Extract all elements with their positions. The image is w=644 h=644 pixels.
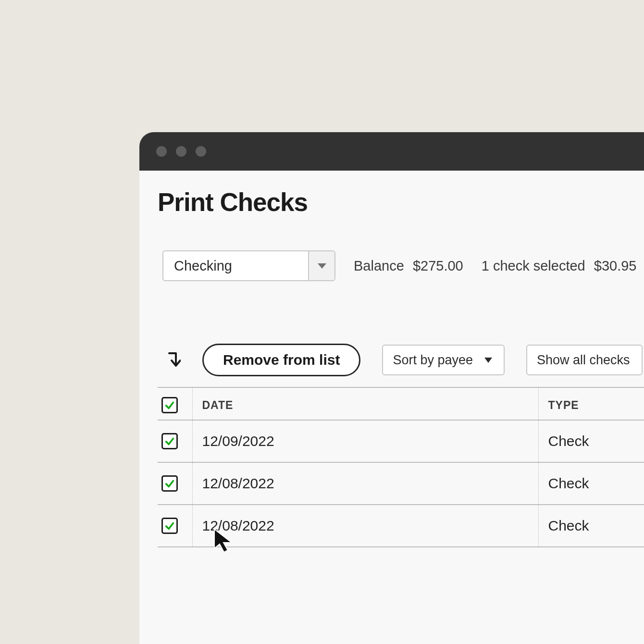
row-checkbox[interactable] [161,433,178,449]
selected-text: 1 check selected $30.95 [482,258,637,274]
window-zoom-dot[interactable] [196,146,206,157]
balance-text: Balance $275.00 [354,258,463,274]
list-toolbar: Remove from list Sort by payee Show all … [158,344,644,376]
table-row[interactable]: 12/08/2022 Check [158,462,644,505]
table-header-row: DATE TYPE [158,387,644,420]
app-window: Print Checks Checking Balance $275.00 1 … [139,132,644,644]
sort-direction-icon[interactable] [166,351,181,369]
filter-dropdown[interactable]: Show all checks [526,345,643,375]
remove-from-list-button[interactable]: Remove from list [202,344,360,376]
summary-row: Checking Balance $275.00 1 check selecte… [158,250,644,281]
cell-date: 12/08/2022 [192,505,538,547]
table-row[interactable]: 12/09/2022 Check [158,420,644,462]
balance-label: Balance [354,258,404,273]
selected-label: 1 check selected [482,258,585,273]
select-all-checkbox[interactable] [161,397,178,413]
page-title: Print Checks [158,187,644,217]
header-type[interactable]: TYPE [538,387,644,420]
checkmark-icon [164,436,175,446]
window-minimize-dot[interactable] [176,146,186,157]
chevron-down-icon [484,358,492,363]
table-row[interactable]: 12/08/2022 Check [158,505,644,547]
cell-type: Check [538,420,644,462]
account-select-caret[interactable] [308,251,334,280]
filter-label: Show all checks [537,353,630,368]
selected-value: $30.95 [594,258,637,273]
window-titlebar [139,132,644,171]
balance-value: $275.00 [413,258,463,273]
cell-date: 12/08/2022 [192,462,538,505]
account-select-value: Checking [163,258,308,274]
window-content: Print Checks Checking Balance $275.00 1 … [139,171,644,644]
account-select[interactable]: Checking [162,250,335,281]
cell-type: Check [538,462,644,505]
checkmark-icon [164,478,175,489]
window-close-dot[interactable] [156,146,167,157]
sort-by-label: Sort by payee [393,353,473,368]
cell-date: 12/09/2022 [192,420,538,462]
sort-by-dropdown[interactable]: Sort by payee [382,345,505,375]
row-checkbox[interactable] [161,518,178,534]
svg-marker-1 [484,358,492,363]
chevron-down-icon [318,263,326,269]
checkmark-icon [164,400,175,410]
svg-marker-0 [318,263,326,269]
header-select-all [158,387,192,420]
checks-table: DATE TYPE 12/09/2022 Check [158,387,644,547]
row-checkbox[interactable] [161,475,178,492]
checkmark-icon [164,520,175,531]
cell-type: Check [538,505,644,547]
header-date[interactable]: DATE [192,387,538,420]
